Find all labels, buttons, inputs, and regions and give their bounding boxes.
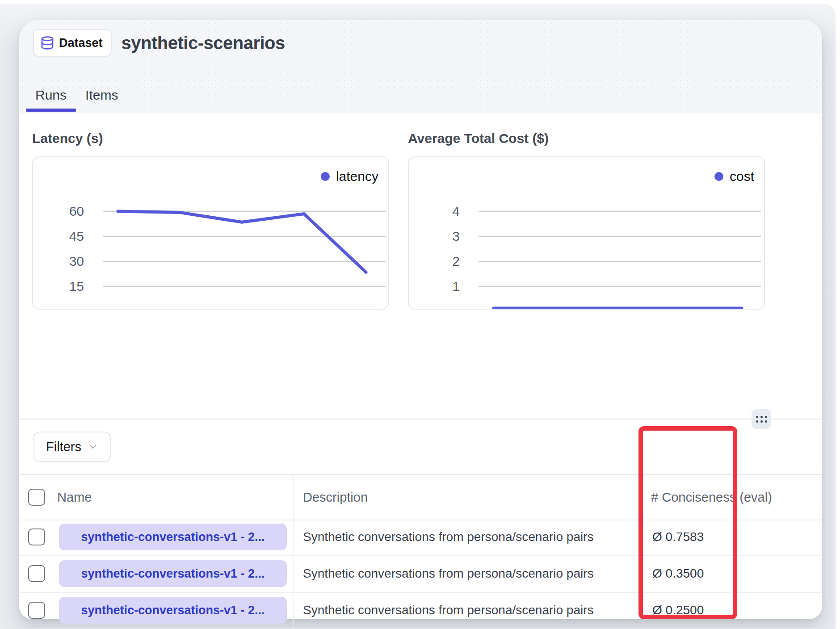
section-divider xyxy=(19,419,822,419)
chart-legend: cost xyxy=(714,169,754,184)
header-row: Dataset synthetic-scenarios xyxy=(33,29,285,56)
filters-button[interactable]: Filters xyxy=(34,432,111,462)
run-name-link[interactable]: synthetic-conversations-v1 - 2... xyxy=(59,524,287,550)
conciseness-value: Ø 0.7583 xyxy=(652,530,704,544)
chart-group-cost: Average Total Cost ($)4321cost xyxy=(408,129,765,310)
tabs: RunsItems xyxy=(26,83,127,112)
chart-title: Average Total Cost ($) xyxy=(408,129,765,148)
chart-legend: latency xyxy=(321,169,378,184)
latency-line-series xyxy=(118,211,366,272)
y-tick-label: 30 xyxy=(69,254,84,268)
resize-handle-button[interactable] xyxy=(752,409,771,429)
conciseness-value: Ø 0.3500 xyxy=(652,566,704,581)
run-name-link[interactable]: synthetic-conversations-v1 - 2... xyxy=(59,560,287,587)
tab-runs[interactable]: Runs xyxy=(26,83,76,112)
legend-label: latency xyxy=(336,169,378,184)
chart-title: Latency (s) xyxy=(32,129,389,148)
chart-group-latency: Latency (s)60453015latency xyxy=(32,129,389,310)
y-tick-label: 1 xyxy=(452,279,460,294)
run-description: Synthetic conversations from persona/sce… xyxy=(303,603,594,617)
row-checkbox[interactable] xyxy=(28,528,45,545)
conciseness-value: Ø 0.2500 xyxy=(652,603,704,617)
table-row[interactable]: synthetic-conversations-v1 - 2... Synthe… xyxy=(19,519,822,556)
y-tick-label: 3 xyxy=(452,229,460,243)
chevron-down-icon xyxy=(88,441,98,452)
run-name-link[interactable]: synthetic-conversations-v1 - 2... xyxy=(59,597,287,624)
y-tick-label: 15 xyxy=(69,279,84,294)
grip-dots-icon xyxy=(756,416,767,423)
screen: Dataset synthetic-scenarios RunsItems La… xyxy=(0,0,840,629)
chart-card-latency: 60453015latency xyxy=(32,156,389,310)
page-background: Dataset synthetic-scenarios RunsItems La… xyxy=(0,4,836,629)
run-name-label: synthetic-conversations-v1 - 2... xyxy=(81,530,265,544)
dataset-panel: Dataset synthetic-scenarios RunsItems La… xyxy=(19,20,822,619)
table-row[interactable]: synthetic-conversations-v1 - 2... Synthe… xyxy=(19,592,822,629)
column-header-description[interactable]: Description xyxy=(303,490,368,505)
column-header-conciseness[interactable]: # Conciseness (eval) xyxy=(651,490,772,505)
chart-card-cost: 4321cost xyxy=(408,156,765,310)
table-header-row: Name Description # Conciseness (eval) xyxy=(19,474,822,520)
panel-header: Dataset synthetic-scenarios RunsItems xyxy=(19,20,822,114)
dataset-badge-label: Dataset xyxy=(59,36,103,50)
row-checkbox[interactable] xyxy=(28,602,45,619)
run-description: Synthetic conversations from persona/sce… xyxy=(303,566,594,581)
row-checkbox[interactable] xyxy=(28,565,45,582)
legend-dot-icon xyxy=(321,172,330,181)
run-name-label: synthetic-conversations-v1 - 2... xyxy=(81,604,265,617)
table-row[interactable]: synthetic-conversations-v1 - 2... Synthe… xyxy=(19,555,822,593)
panel-content: Latency (s)60453015latencyAverage Total … xyxy=(19,113,822,619)
legend-label: cost xyxy=(730,169,754,184)
y-tick-label: 60 xyxy=(69,204,84,218)
tab-items[interactable]: Items xyxy=(76,83,127,112)
page-title: synthetic-scenarios xyxy=(122,33,285,53)
y-tick-label: 4 xyxy=(452,204,460,218)
database-icon xyxy=(40,36,55,50)
legend-dot-icon xyxy=(714,172,723,181)
chart-plot: 4321 xyxy=(409,157,764,309)
run-name-label: synthetic-conversations-v1 - 2... xyxy=(81,567,265,581)
y-tick-label: 45 xyxy=(69,229,84,243)
y-tick-label: 2 xyxy=(452,254,460,268)
run-description: Synthetic conversations from persona/sce… xyxy=(303,530,594,544)
dataset-badge: Dataset xyxy=(33,29,112,57)
filters-button-label: Filters xyxy=(46,440,81,454)
select-all-checkbox[interactable] xyxy=(28,489,45,506)
column-header-name[interactable]: Name xyxy=(57,490,92,505)
runs-table: Name Description # Conciseness (eval) sy… xyxy=(19,474,822,619)
